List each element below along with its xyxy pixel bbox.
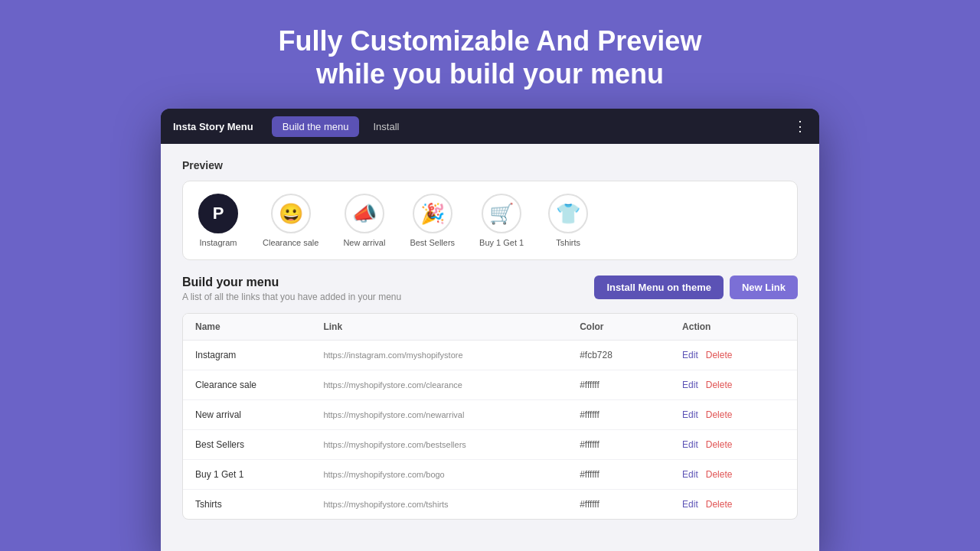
- table-row: Clearance sale https://myshopifystore.co…: [183, 370, 797, 400]
- delete-button[interactable]: Delete: [706, 439, 733, 450]
- row-actions: Edit Delete: [682, 350, 785, 360]
- col-color: Color: [580, 321, 682, 332]
- tab-build-menu[interactable]: Build the menu: [272, 116, 360, 137]
- edit-button[interactable]: Edit: [682, 469, 698, 480]
- col-link: Link: [323, 321, 580, 332]
- row-link: https://myshopifystore.com/tshirts: [323, 500, 580, 509]
- row-color: #ffffff: [580, 409, 682, 420]
- delete-button[interactable]: Delete: [706, 380, 733, 390]
- hero-section: Fully Customizable And Preview while you…: [279, 0, 702, 109]
- preview-label: Preview: [182, 159, 798, 171]
- newarrival-preview-icon: 📣: [345, 194, 384, 233]
- preview-item-name-clearance: Clearance sale: [263, 238, 318, 247]
- row-name: New arrival: [195, 409, 323, 420]
- build-menu-section: Build your menu A list of all the links …: [182, 276, 798, 520]
- table-row: Tshirts https://myshopifystore.com/tshir…: [183, 490, 797, 519]
- hero-line1: Fully Customizable And Preview: [279, 25, 702, 57]
- row-color: #ffffff: [580, 439, 682, 450]
- table-row: Buy 1 Get 1 https://myshopifystore.com/b…: [183, 460, 797, 490]
- preview-item-bogo: 🛒 Buy 1 Get 1: [479, 194, 524, 247]
- preview-item-name-bestsellers: Best Sellers: [410, 238, 455, 247]
- col-action: Action: [682, 321, 785, 332]
- row-link: https://myshopifystore.com/bestsellers: [323, 440, 580, 449]
- table-row: New arrival https://myshopifystore.com/n…: [183, 400, 797, 430]
- bestsellers-preview-icon: 🎉: [413, 194, 452, 233]
- row-color: #fcb728: [580, 350, 682, 360]
- preview-item-newarrival: 📣 New arrival: [343, 194, 385, 247]
- preview-item-name-bogo: Buy 1 Get 1: [479, 238, 524, 247]
- instagram-preview-icon: P: [198, 194, 238, 233]
- row-name: Best Sellers: [195, 439, 323, 450]
- row-actions: Edit Delete: [682, 439, 785, 450]
- edit-button[interactable]: Edit: [682, 350, 698, 360]
- preview-item-bestsellers: 🎉 Best Sellers: [410, 194, 455, 247]
- preview-item-name-instagram: Instagram: [200, 238, 237, 247]
- app-window: Insta Story Menu Build the menu Install …: [161, 109, 819, 551]
- row-color: #ffffff: [580, 380, 682, 390]
- build-menu-header: Build your menu A list of all the links …: [182, 276, 798, 302]
- delete-button[interactable]: Delete: [706, 350, 733, 360]
- preview-item-clearance: 😀 Clearance sale: [263, 194, 318, 247]
- delete-button[interactable]: Delete: [706, 409, 733, 420]
- row-link: https://instagram.com/myshopifystore: [323, 350, 580, 360]
- row-actions: Edit Delete: [682, 409, 785, 420]
- bogo-preview-icon: 🛒: [482, 194, 521, 233]
- delete-button[interactable]: Delete: [706, 469, 733, 480]
- titlebar-tabs: Build the menu Install: [272, 116, 410, 137]
- row-name: Buy 1 Get 1: [195, 469, 323, 480]
- install-menu-button[interactable]: Install Menu on theme: [594, 276, 724, 299]
- row-actions: Edit Delete: [682, 499, 785, 510]
- preview-item-tshirts: 👕 Tshirts: [548, 194, 588, 247]
- titlebar: Insta Story Menu Build the menu Install …: [161, 109, 819, 144]
- preview-item-name-newarrival: New arrival: [343, 238, 385, 247]
- build-menu-title-area: Build your menu A list of all the links …: [182, 276, 401, 302]
- tshirts-preview-icon: 👕: [548, 194, 588, 233]
- preview-strip: P Instagram 😀 Clearance sale 📣 New arriv…: [182, 181, 798, 260]
- edit-button[interactable]: Edit: [682, 380, 698, 390]
- row-name: Instagram: [195, 350, 323, 360]
- row-color: #ffffff: [580, 469, 682, 480]
- edit-button[interactable]: Edit: [682, 409, 698, 420]
- new-link-button[interactable]: New Link: [730, 276, 798, 299]
- preview-item-name-tshirts: Tshirts: [556, 238, 580, 247]
- row-link: https://myshopifystore.com/bogo: [323, 470, 580, 479]
- row-color: #ffffff: [580, 499, 682, 510]
- row-link: https://myshopifystore.com/clearance: [323, 380, 580, 390]
- row-name: Clearance sale: [195, 380, 323, 390]
- edit-button[interactable]: Edit: [682, 499, 698, 510]
- row-actions: Edit Delete: [682, 380, 785, 390]
- table-row: Instagram https://instagram.com/myshopif…: [183, 341, 797, 370]
- tab-install[interactable]: Install: [362, 116, 410, 137]
- row-name: Tshirts: [195, 499, 323, 510]
- app-brand: Insta Story Menu: [173, 121, 253, 132]
- col-name: Name: [195, 321, 323, 332]
- hero-line2: while you build your menu: [316, 58, 664, 90]
- row-actions: Edit Delete: [682, 469, 785, 480]
- clearance-preview-icon: 😀: [271, 194, 311, 233]
- edit-button[interactable]: Edit: [682, 439, 698, 450]
- main-content: Preview P Instagram 😀 Clearance sale 📣 N…: [161, 144, 819, 551]
- more-options-icon[interactable]: ⋮: [793, 118, 807, 135]
- table-row: Best Sellers https://myshopifystore.com/…: [183, 430, 797, 460]
- table-header: Name Link Color Action: [183, 314, 797, 341]
- build-menu-title: Build your menu: [182, 276, 401, 289]
- delete-button[interactable]: Delete: [706, 499, 733, 510]
- build-menu-subtitle: A list of all the links that you have ad…: [182, 292, 401, 302]
- build-menu-actions: Install Menu on theme New Link: [594, 276, 798, 299]
- preview-item-instagram: P Instagram: [198, 194, 238, 247]
- row-link: https://myshopifystore.com/newarrival: [323, 410, 580, 419]
- menu-table: Name Link Color Action Instagram https:/…: [182, 313, 798, 520]
